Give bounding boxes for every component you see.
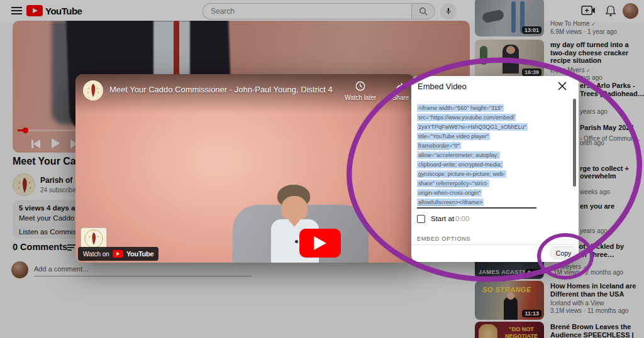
embed-code-box[interactable]: <iframe width="560" height="315"src="htt…: [417, 104, 540, 207]
start-at-checkbox[interactable]: [417, 215, 425, 223]
start-at-label: Start at: [431, 215, 454, 222]
selected-code: allowfullscreen></iframe>: [417, 199, 484, 206]
selected-code: src="https://www.youtube.com/embed/: [417, 114, 516, 121]
close-button[interactable]: [557, 81, 567, 91]
preview-title-bar: Meet Your Caddo Commissioner - John-Paul…: [75, 74, 415, 113]
watch-on-youtube-badge[interactable]: Watch on YouTube: [78, 247, 158, 261]
code-line: <iframe width="560" height="315": [417, 104, 540, 113]
copy-button[interactable]: Copy: [550, 246, 577, 259]
selected-code: origin-when-cross-origin": [417, 189, 482, 197]
code-line: allowfullscreen></iframe>: [417, 198, 540, 207]
selected-code: clipboard-write; encrypted-media;: [417, 161, 503, 168]
misspelled-word: frameborder: [418, 143, 449, 150]
code-box-underline: [417, 207, 536, 209]
code-line: gyroscope; picture-in-picture; web-: [417, 170, 540, 179]
dialog-title: Embed Video: [418, 82, 467, 91]
selected-code: gyroscope; picture-in-picture; web-: [417, 170, 506, 178]
start-at-value[interactable]: 0:00: [455, 215, 469, 222]
code-line: 2yaYTPqFwW8?si=HshQ3QG1_sObhELu": [417, 123, 540, 132]
embed-video-dialog: Embed Video <iframe width="560" height="…: [411, 76, 579, 262]
embed-preview-player[interactable]: Meet Your Caddo Commissioner - John-Paul…: [75, 74, 415, 263]
play-button-large[interactable]: [299, 229, 341, 258]
dialog-scrollbar[interactable]: [573, 99, 576, 187]
selected-code: frameborder="0": [417, 142, 461, 150]
watch-later-button[interactable]: Watch later: [338, 80, 382, 101]
code-line: title="YouTube video player": [417, 132, 540, 141]
guest-mic: [295, 240, 298, 243]
embed-options-label: EMBED OPTIONS: [417, 236, 470, 242]
share-button[interactable]: Share: [379, 80, 415, 101]
share-arrow-icon: [395, 80, 406, 92]
parish-crest-icon: [84, 229, 103, 248]
code-line: clipboard-write; encrypted-media;: [417, 160, 540, 170]
code-line: src="https://www.youtube.com/embed/: [417, 113, 540, 123]
selected-code: allow="accelerometer; autoplay;: [417, 151, 500, 159]
selected-code: 2yaYTPqFwW8?si=HshQ3QG1_sObhELu": [417, 123, 528, 131]
misspelled-word: allowfullscreen: [418, 199, 455, 206]
code-line: allow="accelerometer; autoplay;: [417, 151, 540, 160]
misspelled-word: referrerpolicy: [436, 180, 469, 187]
clock-icon: [355, 80, 366, 92]
code-line: share" referrerpolicy="strict-: [417, 179, 540, 188]
guest-face: [281, 196, 308, 222]
code-line: frameborder="0": [417, 141, 540, 151]
selected-code: share" referrerpolicy="strict-: [417, 180, 489, 187]
selected-code: <iframe width="560" height="315": [417, 104, 504, 112]
parish-crest-icon: [83, 80, 103, 101]
preview-channel-avatar[interactable]: [83, 80, 103, 101]
youtube-play-icon: [113, 250, 123, 258]
selected-code: title="YouTube video player": [417, 133, 490, 140]
youtube-watch-page: YouTube Search Meet Your Caddo: [0, 0, 644, 338]
preview-video-title[interactable]: Meet Your Caddo Commissioner - John-Paul…: [109, 85, 336, 94]
close-icon: [557, 81, 567, 91]
code-line: origin-when-cross-origin": [417, 188, 540, 198]
dialog-divider: [411, 244, 579, 245]
